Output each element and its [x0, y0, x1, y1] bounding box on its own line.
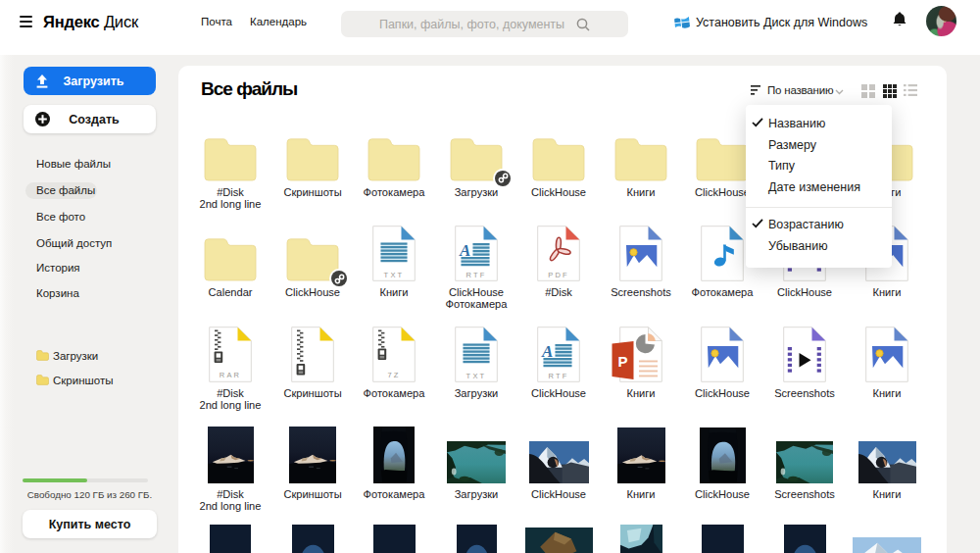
svg-text:PDF: PDF: [548, 271, 569, 279]
svg-text:TXT: TXT: [466, 372, 487, 380]
svg-text:RAR: RAR: [220, 371, 241, 379]
svg-text:7Z: 7Z: [387, 371, 400, 379]
svg-text:TXT: TXT: [384, 271, 405, 279]
svg-text:P: P: [617, 353, 627, 370]
svg-text:RTF: RTF: [548, 372, 568, 380]
svg-text:RTF: RTF: [466, 271, 486, 279]
